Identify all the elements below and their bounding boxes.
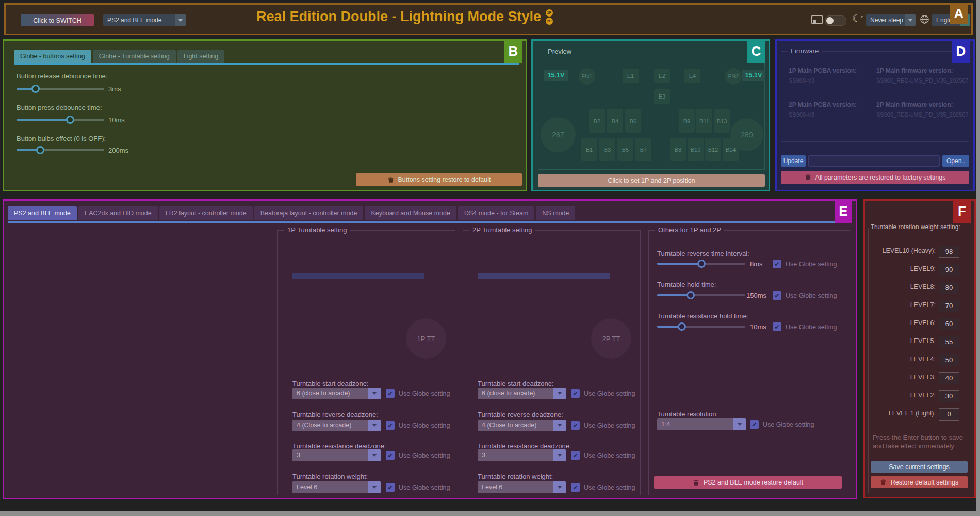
level5-input[interactable] — [939, 336, 959, 348]
level10-label: LEVEL10 (Heavy): — [869, 247, 936, 254]
globe-language-icon — [920, 14, 929, 26]
resistance-deadzone-select[interactable]: 3 — [478, 449, 566, 461]
pip-window-icon[interactable] — [811, 15, 823, 24]
key-b12: B12 — [705, 138, 721, 161]
use-globe-checkbox[interactable]: ✔ — [571, 389, 580, 398]
press-debounce-label: Button press debounce time: — [17, 104, 102, 111]
theme-toggle[interactable] — [825, 15, 846, 26]
chevron-down-icon — [368, 420, 381, 431]
key-b8: B8 — [670, 138, 686, 161]
use-globe-checkbox[interactable]: ✔ — [386, 451, 395, 460]
start-deadzone-select[interactable]: 6 (close to arcade) — [292, 388, 381, 399]
sleep-select-value: Never sleep — [866, 14, 905, 26]
chevron-down-icon — [553, 449, 566, 461]
use-globe-checkbox[interactable]: ✔ — [386, 421, 395, 430]
level7-input[interactable] — [939, 300, 959, 312]
switch-button[interactable]: Click to SWITCH — [21, 14, 94, 26]
tab-keyboard-mouse-mode[interactable]: Keyboard and Mouse mode — [365, 206, 456, 220]
check-icon: ✔ — [387, 484, 393, 491]
turntable-1p: 287 — [541, 117, 576, 152]
tab-light-setting[interactable]: Light setting — [177, 50, 224, 63]
fw-1p-value: SS900_RED-LMS_PD_V35_20250716 — [876, 77, 968, 84]
factory-restore-button[interactable]: All parameters are restored to factory s… — [781, 171, 969, 184]
firmware-file-input[interactable] — [808, 155, 940, 167]
set-position-button[interactable]: Click to set 1P and 2P position — [538, 174, 765, 187]
key-b3: B3 — [599, 138, 615, 161]
use-globe-checkbox[interactable]: ✔ — [750, 420, 759, 429]
fn2-button: FN2 — [725, 68, 742, 85]
level9-input[interactable] — [939, 264, 959, 276]
save-settings-button[interactable]: Save current settings — [871, 461, 968, 473]
use-globe-checkbox[interactable]: ✔ — [386, 483, 395, 492]
e2-button: E2 — [654, 69, 670, 83]
use-globe-checkbox[interactable]: ✔ — [571, 421, 580, 430]
reverse-deadzone-label: Turntable reverse deadzone: — [292, 411, 378, 418]
mode-select[interactable]: PS2 and BLE mode — [103, 14, 186, 26]
open-button[interactable]: Open.. — [942, 155, 969, 167]
reverse-deadzone-select[interactable]: 4 (Close to arcade) — [478, 420, 566, 431]
level1-input[interactable] — [939, 408, 959, 421]
fn1-button: FN1 — [579, 68, 595, 85]
resistance-deadzone-label: Turntable resistance deadzone: — [478, 442, 571, 450]
level6-input[interactable] — [939, 318, 959, 330]
slider-knob[interactable] — [66, 116, 74, 124]
tab-ns-mode[interactable]: NS mode — [536, 206, 575, 220]
use-globe-checkbox[interactable]: ✔ — [773, 260, 781, 268]
use-globe-checkbox[interactable]: ✔ — [386, 389, 395, 398]
level4-input[interactable] — [939, 354, 959, 366]
use-globe-checkbox[interactable]: ✔ — [571, 451, 580, 460]
level4-label: LEVEL4: — [869, 356, 936, 363]
tab-ps2-ble-mode[interactable]: PS2 and BLE mode — [8, 206, 77, 220]
resolution-select[interactable]: 1:4 — [657, 418, 746, 430]
hold-time-value: 150ms — [746, 292, 766, 299]
press-debounce-slider[interactable] — [17, 116, 104, 124]
resistance-deadzone-select[interactable]: 3 — [292, 449, 381, 461]
use-globe-label: Use Globe setting — [584, 390, 635, 397]
restore-default-button[interactable]: Restore default settings — [871, 476, 968, 488]
rotation-weight-select[interactable]: Level 6 — [292, 481, 381, 493]
release-debounce-slider[interactable] — [17, 85, 104, 93]
slider-knob[interactable] — [31, 85, 40, 93]
use-globe-checkbox[interactable]: ✔ — [571, 483, 580, 492]
use-globe-checkbox[interactable]: ✔ — [773, 322, 781, 331]
tab-globe-turntable-setting[interactable]: Globe - Turntable setting — [93, 50, 176, 63]
update-button[interactable]: Update — [781, 155, 806, 167]
preview-group-title: Preview — [545, 47, 575, 55]
ps2-ble-restore-button[interactable]: PS2 and BLE mode restore default — [654, 476, 842, 489]
use-globe-checkbox[interactable]: ✔ — [773, 291, 781, 300]
slider-knob[interactable] — [36, 146, 44, 154]
header-bar: A Click to SWITCH PS2 and BLE mode Real … — [4, 3, 973, 35]
level5-label: LEVEL5: — [869, 337, 936, 345]
start-deadzone-select[interactable]: 6 (close to arcade) — [478, 388, 566, 399]
level3-input[interactable] — [939, 372, 959, 384]
reverse-deadzone-label: Turntable reverse deadzone: — [478, 411, 563, 418]
level2-input[interactable] — [939, 390, 959, 402]
bulbs-effect-slider[interactable] — [17, 146, 104, 154]
level8-input[interactable] — [939, 282, 959, 294]
rotation-weight-select[interactable]: Level 6 — [478, 481, 566, 493]
check-icon: ✔ — [774, 261, 779, 268]
firmware-panel: D Firmware 1P Main PCBA version: SS900-V… — [775, 39, 975, 191]
check-icon: ✔ — [573, 422, 578, 429]
enter-note-line1: Press the Enter button to save — [873, 433, 963, 441]
reverse-deadzone-select[interactable]: 4 (Close to arcade) — [292, 420, 381, 431]
resistance-hold-slider[interactable] — [657, 322, 745, 331]
bulbs-effect-label: Button bulbs effect (0 is OFF): — [17, 135, 106, 142]
tab-lr2-layout-mode[interactable]: LR2 layout - controller mode — [159, 206, 253, 220]
press-debounce-value: 10ms — [108, 116, 125, 124]
level10-input[interactable] — [939, 246, 959, 258]
hold-time-slider[interactable] — [657, 291, 745, 299]
slider-knob[interactable] — [697, 260, 706, 268]
slider-knob[interactable] — [678, 322, 686, 331]
tab-eac2dx-hid-mode[interactable]: EAC2dx and HID mode — [78, 206, 158, 220]
tab-ds4-steam-mode[interactable]: DS4 mode - for Steam — [458, 206, 534, 220]
reverse-interval-label: Turntable reverse time interval: — [657, 250, 749, 257]
trash-icon — [693, 479, 699, 486]
reverse-interval-slider[interactable] — [657, 260, 745, 268]
key-b4: B4 — [607, 109, 623, 133]
tab-beatoraja-layout-mode[interactable]: Beatoraja layout - controller mode — [254, 206, 364, 220]
sleep-select[interactable]: Never sleep — [866, 14, 916, 26]
tab-globe-buttons-setting[interactable]: Globe - buttons setting — [14, 50, 91, 63]
slider-knob[interactable] — [687, 291, 695, 299]
buttons-restore-default-button[interactable]: Buttons setting restore to default — [356, 173, 522, 186]
